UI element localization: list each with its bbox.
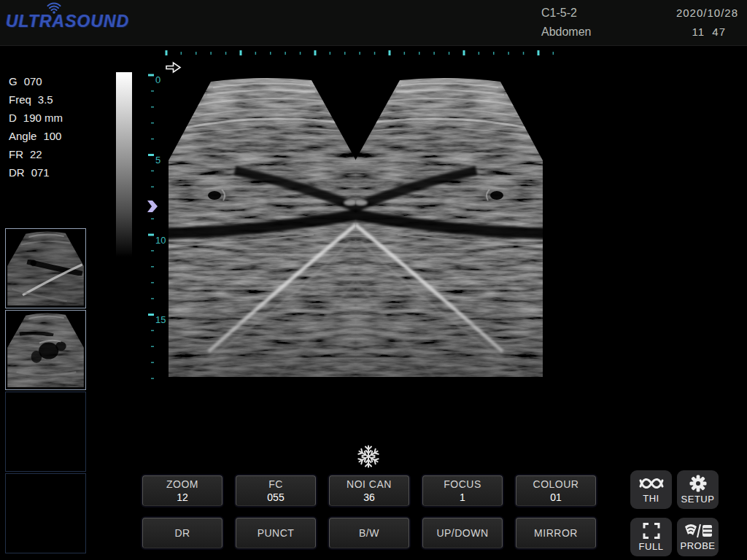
date-text: 2020/10/28 (676, 4, 738, 23)
width-ruler (166, 50, 554, 55)
image-parameters: G070 Freq3.5 D190 mm Angle100 FR22 DR071 (9, 72, 63, 182)
param-frame-rate: FR22 (9, 145, 63, 163)
depth-label-5: 5 (155, 155, 160, 166)
app-logo: ULTRASOUND (6, 12, 129, 31)
ultrasound-screen: ULTRASOUND C1-5-2 Abdomen 2020/10/28 11 … (0, 0, 747, 560)
colour-button[interactable]: COLOUR 01 (516, 475, 596, 506)
dr-button[interactable]: DR (142, 518, 222, 548)
param-angle: Angle100 (9, 127, 63, 145)
ultrasound-image-left (165, 73, 360, 382)
noi-can-button[interactable]: NOI CAN 36 (329, 475, 409, 506)
exam-info: C1-5-2 Abdomen (541, 4, 592, 42)
bw-button[interactable]: B/W (329, 518, 409, 548)
logo-text: ULTRASOUND (6, 12, 129, 31)
param-gain: G070 (9, 72, 63, 90)
param-dynamic-range: DR071 (9, 163, 63, 182)
time-text: 11 47 (676, 23, 726, 42)
probe-model: C1-5-2 (541, 4, 592, 23)
setup-button[interactable]: SETUP (677, 470, 719, 509)
focus-button[interactable]: FOCUS 1 (422, 475, 503, 506)
top-bar: ULTRASOUND C1-5-2 Abdomen 2020/10/28 11 … (0, 0, 747, 46)
thumbnail-3-empty (5, 392, 86, 472)
ultrasound-image-right (351, 73, 546, 382)
thumbnail-4-empty (5, 473, 86, 553)
depth-label-15: 15 (155, 314, 166, 325)
antenna-icon (46, 1, 62, 15)
probe-icon (684, 523, 713, 539)
softkey-row-1: ZOOM 12 FC 055 NOI CAN 36 FOCUS 1 COLOUR… (142, 475, 596, 506)
orientation-arrow-icon (166, 63, 180, 72)
mirror-button[interactable]: MIRROR (516, 518, 596, 548)
thi-button[interactable]: THI (630, 470, 672, 509)
thumbnail-2[interactable] (5, 310, 86, 390)
datetime: 2020/10/28 11 47 (676, 4, 738, 42)
punct-button[interactable]: PUNCT (236, 518, 316, 548)
param-frequency: Freq3.5 (9, 90, 63, 109)
fc-button[interactable]: FC 055 (236, 475, 316, 506)
softkey-row-2: DR PUNCT B/W UP/DOWN MIRROR (142, 518, 596, 548)
param-depth: D190 mm (9, 109, 63, 127)
depth-label-0: 0 (155, 74, 160, 85)
exam-preset: Abdomen (541, 23, 592, 42)
updown-button[interactable]: UP/DOWN (422, 518, 503, 548)
thumbnail-1[interactable] (5, 228, 86, 308)
probe-button[interactable]: PROBE (677, 518, 719, 556)
zoom-button[interactable]: ZOOM 12 (142, 475, 222, 506)
snowflake-icon (356, 444, 381, 469)
gear-icon (689, 475, 707, 492)
thumbnail-list (5, 228, 86, 555)
depth-label-10: 10 (155, 235, 166, 246)
waves-icon (638, 475, 665, 491)
focus-marker-icon (147, 201, 158, 212)
grayscale-bar (116, 72, 132, 257)
fullscreen-icon (642, 522, 661, 540)
scan-display: 0 5 10 15 (147, 45, 554, 388)
depth-ruler (148, 74, 154, 379)
full-button[interactable]: FULL (630, 518, 672, 556)
